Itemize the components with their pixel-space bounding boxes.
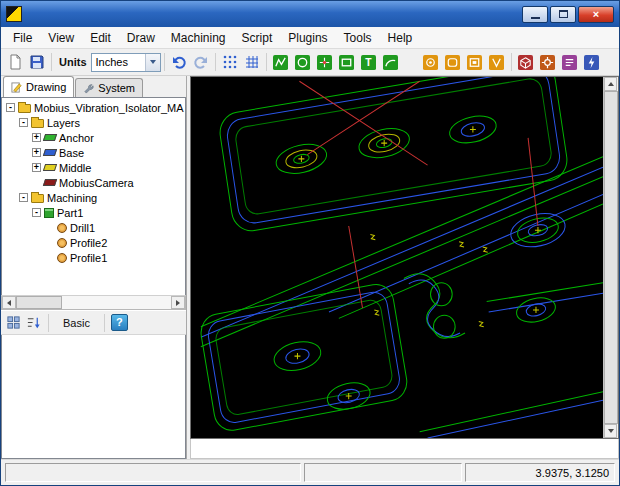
point-icon — [317, 55, 332, 70]
grid-view-button[interactable] — [241, 51, 263, 73]
menu-script[interactable]: Script — [234, 28, 281, 48]
collapse-icon[interactable]: - — [32, 208, 41, 217]
expand-icon[interactable]: + — [32, 148, 41, 157]
draw-rect-button[interactable] — [336, 51, 358, 73]
scroll-down-button[interactable] — [604, 424, 617, 438]
scrollbar-thumb[interactable] — [604, 91, 618, 424]
draw-arc-button[interactable] — [380, 51, 402, 73]
tree-item-mobiuscamera[interactable]: MobiusCamera — [2, 175, 185, 190]
window-controls: × — [522, 6, 614, 23]
tree-item-label: Base — [59, 147, 84, 159]
scroll-right-button[interactable] — [171, 296, 185, 309]
maximize-button[interactable] — [550, 6, 576, 23]
tree-item-base[interactable]: + Base — [2, 145, 185, 160]
menu-tools[interactable]: Tools — [336, 28, 380, 48]
undo-button[interactable] — [168, 51, 190, 73]
text-tool-icon: T — [361, 55, 376, 70]
toolbar-separator — [51, 53, 52, 71]
scroll-down-icon — [608, 429, 614, 433]
grid-snap-button[interactable] — [219, 51, 241, 73]
script-button[interactable] — [559, 51, 581, 73]
folder-icon — [18, 104, 31, 113]
menu-view[interactable]: View — [40, 28, 82, 48]
menu-machining[interactable]: Machining — [163, 28, 234, 48]
mop-engrave-button[interactable] — [486, 51, 508, 73]
categorized-view-button[interactable] — [5, 314, 22, 331]
lightning-icon — [584, 55, 599, 70]
draw-text-button[interactable]: T — [358, 51, 380, 73]
close-button[interactable]: × — [578, 6, 614, 23]
canvas-vertical-scrollbar[interactable] — [603, 77, 618, 438]
folder-icon — [31, 119, 44, 128]
tree-item-profile1[interactable]: Profile1 — [2, 250, 185, 265]
tree-item-root[interactable]: - Mobius_Vibration_Isolator_MA — [2, 100, 185, 115]
units-select[interactable]: Inches — [91, 53, 161, 72]
polyline-icon — [273, 55, 288, 70]
tree-item-drill1[interactable]: Drill1 — [2, 220, 185, 235]
collapse-icon[interactable]: - — [19, 118, 28, 127]
tab-system[interactable]: System — [75, 78, 143, 97]
tree-item-layers[interactable]: - Layers — [2, 115, 185, 130]
chevron-down-icon — [145, 54, 160, 71]
tree-item-part1[interactable]: - Part1 — [2, 205, 185, 220]
tree-item-label: Profile1 — [70, 252, 107, 264]
maximize-icon — [559, 10, 568, 18]
property-grid[interactable] — [1, 335, 186, 459]
machine-settings-button[interactable] — [537, 51, 559, 73]
collapse-icon[interactable]: - — [19, 193, 28, 202]
menu-draw[interactable]: Draw — [119, 28, 163, 48]
redo-button[interactable] — [190, 51, 212, 73]
help-button[interactable]: ? — [111, 314, 128, 331]
panel-tabs: Drawing System — [1, 76, 186, 97]
minimize-button[interactable] — [522, 6, 548, 23]
draw-circle-button[interactable] — [292, 51, 314, 73]
scroll-left-button[interactable] — [2, 296, 16, 309]
sort-alphabetical-button[interactable] — [25, 314, 42, 331]
menu-help[interactable]: Help — [380, 28, 421, 48]
units-label: Units — [59, 56, 87, 68]
title-bar[interactable]: × — [1, 1, 619, 27]
scrollbar-track[interactable] — [16, 296, 171, 309]
expand-icon[interactable]: + — [32, 133, 41, 142]
basic-view-button[interactable]: Basic — [55, 315, 98, 331]
tree-item-profile2[interactable]: Profile2 — [2, 235, 185, 250]
tab-system-label: System — [98, 82, 135, 94]
scrollbar-thumb[interactable] — [16, 296, 62, 309]
menu-plugins[interactable]: Plugins — [280, 28, 335, 48]
toolbar-separator — [48, 314, 49, 332]
cad-viewport[interactable] — [191, 77, 603, 438]
scroll-up-button[interactable] — [604, 77, 617, 91]
tree-item-label: MobiusCamera — [59, 177, 134, 189]
draw-point-button[interactable] — [314, 51, 336, 73]
tab-drawing[interactable]: Drawing — [3, 76, 74, 97]
tree-item-machining[interactable]: - Machining — [2, 190, 185, 205]
units-value: Inches — [92, 56, 145, 68]
menu-file[interactable]: File — [5, 28, 40, 48]
menu-edit[interactable]: Edit — [82, 28, 119, 48]
post-process-button[interactable] — [581, 51, 603, 73]
save-button[interactable] — [26, 51, 48, 73]
collapse-icon[interactable]: - — [6, 103, 15, 112]
mop-drill-button[interactable] — [420, 51, 442, 73]
document-icon — [562, 55, 577, 70]
engrave-icon — [489, 55, 504, 70]
menu-bar: File View Edit Draw Machining Script Plu… — [1, 27, 619, 49]
draw-polyline-button[interactable] — [270, 51, 292, 73]
new-file-button[interactable] — [4, 51, 26, 73]
profile-icon — [445, 55, 460, 70]
mop-profile-button[interactable] — [442, 51, 464, 73]
tree-item-label: Middle — [59, 162, 91, 174]
tree-item-label: Mobius_Vibration_Isolator_MA — [34, 102, 184, 114]
toolbar-separator — [164, 53, 165, 71]
toolbar-separator — [215, 53, 216, 71]
profile-op-icon — [57, 253, 67, 263]
part-icon — [44, 208, 54, 218]
mop-pocket-button[interactable] — [464, 51, 486, 73]
scroll-right-icon — [176, 300, 180, 306]
tree-item-middle[interactable]: + Middle — [2, 160, 185, 175]
part-button[interactable] — [515, 51, 537, 73]
expand-icon[interactable]: + — [32, 163, 41, 172]
tree-horizontal-scrollbar[interactable] — [1, 295, 186, 310]
tree-item-anchor[interactable]: + Anchor — [2, 130, 185, 145]
left-panel: Drawing System - Mobius_Vibration_Isolat… — [1, 76, 187, 459]
